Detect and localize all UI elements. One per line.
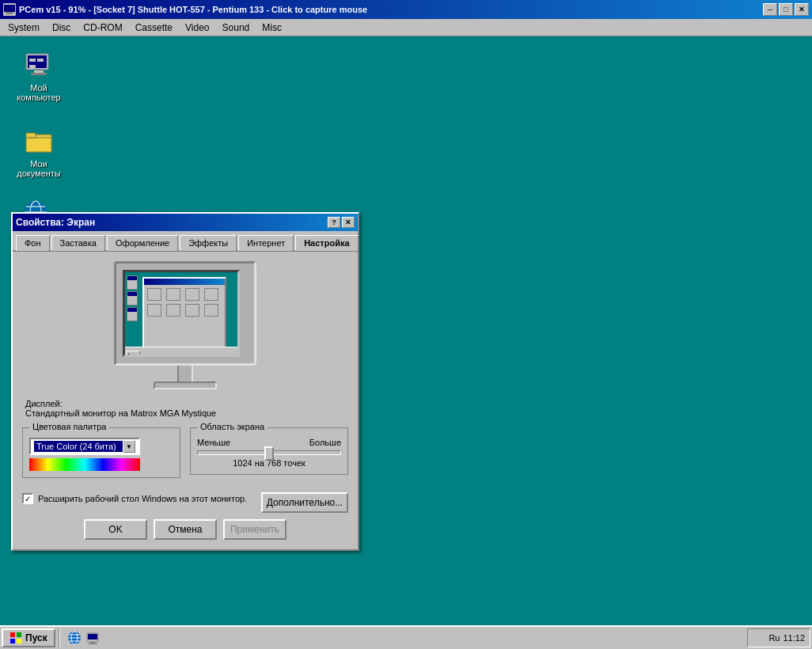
svg-marker-37 <box>755 633 761 643</box>
desktop: Мой компьютер Мои документы Свойства: Эк… <box>0 36 812 625</box>
taskbar-quicklaunch <box>63 630 104 646</box>
start-label: Пуск <box>25 632 47 643</box>
mini-start: ▶ <box>126 351 140 357</box>
language-indicator[interactable]: Ru <box>768 633 780 643</box>
menu-cdrom[interactable]: CD-ROM <box>77 21 128 35</box>
monitor-preview-container: ▶ <box>22 261 348 389</box>
cancel-label: Отмена <box>168 524 202 535</box>
taskbar-app-icon[interactable] <box>85 630 101 646</box>
color-dropdown-arrow[interactable]: ▼ <box>123 440 135 453</box>
svg-rect-13 <box>29 63 36 65</box>
clock: 11:12 <box>783 633 805 643</box>
monitor-outer: ▶ <box>114 261 256 389</box>
checkbox-row: Расширить рабочий стол Windows на этот м… <box>22 493 247 504</box>
svg-rect-35 <box>90 642 95 643</box>
host-title-text: PCem v15 - 91% - [Socket 7] Shuttle HOT-… <box>19 5 367 14</box>
tab-internet[interactable]: Интернет <box>238 235 294 251</box>
mini-icon-2 <box>127 291 138 306</box>
cancel-button[interactable]: Отмена <box>154 519 217 540</box>
monitor-bezel: ▶ <box>114 261 256 366</box>
mg1 <box>147 288 161 301</box>
advanced-button-label: Дополнительно... <box>267 497 343 508</box>
slider-thumb[interactable] <box>264 446 274 461</box>
start-button[interactable]: Пуск <box>2 628 55 647</box>
ok-button[interactable]: OK <box>84 519 147 540</box>
mg4 <box>204 288 218 301</box>
dialog-content: ▶ Дисплей: Стандартный монито <box>13 250 358 549</box>
dialog-help-button[interactable]: ? <box>328 217 340 228</box>
svg-rect-34 <box>88 634 97 640</box>
tab-zastavka[interactable]: Заставка <box>51 235 105 251</box>
svg-rect-2 <box>5 12 14 13</box>
dialog-controls: ? ✕ <box>328 217 355 228</box>
windows-logo-icon <box>9 632 22 644</box>
my-documents-label: Мои документы <box>14 158 63 179</box>
svg-rect-3 <box>6 13 13 14</box>
taskbar-ie-icon[interactable] <box>66 630 82 646</box>
menu-sound[interactable]: Sound <box>216 21 256 35</box>
maximize-button[interactable]: □ <box>779 3 793 16</box>
tab-fon[interactable]: Фон <box>16 235 50 251</box>
ok-label: OK <box>108 524 122 535</box>
tab-effects[interactable]: Эффекты <box>180 235 237 251</box>
mini-icon-titlebar-3 <box>127 308 137 312</box>
mg8 <box>204 304 218 317</box>
monitor-neck <box>177 366 193 381</box>
display-value: Стандартный монитор на Matrox MGA Mystiq… <box>25 408 348 418</box>
svg-rect-7 <box>31 73 47 75</box>
menu-disc[interactable]: Disc <box>46 21 77 35</box>
svg-rect-25 <box>17 632 21 637</box>
tab-oformlenie[interactable]: Оформление <box>107 235 178 251</box>
mini-taskbar: ▶ <box>125 347 237 355</box>
desktop-icon-my-documents[interactable]: Мои документы <box>11 123 66 182</box>
monitor-screen-content: ▶ <box>125 272 237 355</box>
dialog-close-button[interactable]: ✕ <box>342 217 355 228</box>
svg-rect-26 <box>10 639 15 643</box>
taskbar-tray: Ru 11:12 <box>747 628 810 647</box>
taskbar-separator-1 <box>59 629 60 647</box>
dialog-buttons: OK Отмена Применить <box>22 519 348 540</box>
host-title: PCem v15 - 91% - [Socket 7] Shuttle HOT-… <box>3 3 367 16</box>
close-button[interactable]: ✕ <box>795 3 809 16</box>
display-label-text: Дисплей: <box>25 399 63 408</box>
host-titlebar: PCem v15 - 91% - [Socket 7] Shuttle HOT-… <box>0 0 812 19</box>
mg5 <box>147 304 161 317</box>
apply-label: Применить <box>230 524 279 535</box>
pcem-icon <box>3 3 16 16</box>
folder-icon <box>25 127 53 155</box>
apply-button[interactable]: Применить <box>223 519 286 540</box>
tab-nastroika[interactable]: Настройка <box>295 235 358 251</box>
svg-rect-36 <box>88 643 97 644</box>
advanced-button[interactable]: Дополнительно... <box>261 492 348 513</box>
monitor-stand <box>114 366 256 389</box>
minimize-button[interactable]: ─ <box>763 3 777 16</box>
slider-track[interactable] <box>197 450 341 455</box>
color-groupbox: Цветовая палитра True Color (24 бита) ▼ <box>22 427 180 478</box>
mini-main-titlebar <box>144 279 225 285</box>
svg-rect-27 <box>17 639 21 643</box>
menu-system[interactable]: System <box>2 21 46 35</box>
titlebar-controls: ─ □ ✕ <box>763 3 809 16</box>
screen-section: Область экрана Меньше Больше 1024 на 768… <box>190 427 348 484</box>
menu-misc[interactable]: Misc <box>256 21 288 35</box>
svg-rect-24 <box>10 632 15 637</box>
menu-video[interactable]: Video <box>179 21 215 35</box>
dialog-display-properties: Свойства: Экран ? ✕ Фон Заставка Оформле… <box>11 212 359 551</box>
svg-rect-1 <box>4 5 15 12</box>
desktop-icon-my-computer[interactable]: Мой компьютер <box>11 47 66 106</box>
mg2 <box>166 288 180 301</box>
mini-icons-grid <box>144 285 225 320</box>
color-dropdown[interactable]: True Color (24 бита) ▼ <box>29 438 140 455</box>
checkbox-advanced-row: Расширить рабочий стол Windows на этот м… <box>22 492 348 513</box>
menubar: System Disc CD-ROM Cassette Video Sound … <box>0 19 812 36</box>
extend-desktop-checkbox[interactable] <box>22 493 33 504</box>
volume-icon[interactable] <box>753 632 765 644</box>
dialog-title: Свойства: Экран <box>16 217 95 228</box>
svg-rect-9 <box>29 57 36 59</box>
menu-cassette[interactable]: Cassette <box>129 21 179 35</box>
checkbox-label: Расширить рабочий стол Windows на этот м… <box>38 494 247 503</box>
mini-icon-3 <box>127 307 138 321</box>
screen-groupbox: Область экрана Меньше Больше 1024 на 768… <box>190 427 348 475</box>
dialog-titlebar: Свойства: Экран ? ✕ <box>13 214 358 231</box>
mini-icon-1 <box>127 275 138 290</box>
